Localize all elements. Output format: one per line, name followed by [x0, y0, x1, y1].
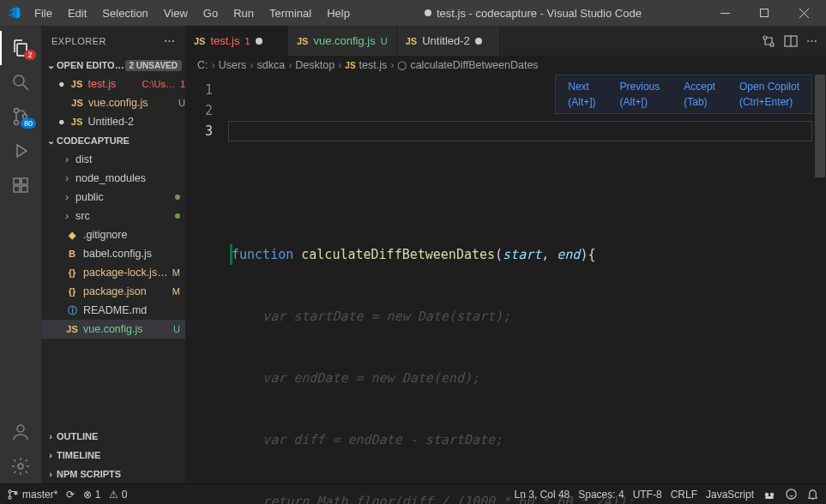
editor-tab[interactable]: JSUntitled-2 [397, 26, 500, 56]
file-suffix: M [172, 286, 180, 297]
menu-terminal[interactable]: Terminal [262, 3, 318, 23]
scrollbar-thumb[interactable] [815, 75, 825, 177]
file-item[interactable]: {}package-lock.jsonM [41, 263, 185, 282]
file-icon: JS [406, 36, 417, 46]
activity-scm[interactable]: 80 [0, 99, 41, 134]
svg-point-2 [15, 109, 19, 113]
menu-go[interactable]: Go [196, 3, 225, 23]
file-icon: ◆ [65, 230, 79, 241]
sync-item[interactable]: ⟳ [66, 489, 75, 501]
chevron-down-icon: ⌄ [45, 135, 57, 147]
open-editors-header[interactable]: ⌄ OPEN EDITO… 2 UNSAVED [41, 56, 185, 75]
errors-item[interactable]: ⊗ 1 [83, 489, 100, 501]
menu-file[interactable]: File [27, 3, 59, 23]
outline-header[interactable]: ›OUTLINE [41, 427, 185, 446]
menu-view[interactable]: View [157, 3, 195, 23]
folder-item[interactable]: ›src [41, 207, 185, 225]
file-item[interactable]: ⓘREADME.md [41, 301, 185, 320]
menu-selection[interactable]: Selection [95, 3, 154, 23]
split-editor-icon[interactable] [784, 34, 798, 48]
activity-explorer[interactable]: 2 [0, 31, 41, 65]
warnings-item[interactable]: ⚠ 0 [109, 489, 127, 501]
dirty-dot-icon [475, 38, 482, 45]
open-editor-item[interactable]: JSvue.config.jsU [41, 93, 185, 112]
activity-search[interactable] [0, 65, 41, 99]
dirty-dot-icon: ● [58, 116, 65, 128]
branch-item[interactable]: master* [7, 489, 57, 501]
folder-label: dist [75, 153, 185, 165]
hint-shortcut: (Ctrl+Enter) [739, 93, 799, 108]
sidebar-header: EXPLORER ⋯ [41, 26, 185, 56]
copilot-hint[interactable]: Open Copilot(Ctrl+Enter) [727, 75, 811, 113]
file-tree: ›dist›node_modules›public›src◆.gitignore… [41, 150, 185, 339]
scrollbar-vertical[interactable] [814, 75, 826, 483]
svg-point-1 [14, 75, 24, 86]
file-icon: {} [65, 267, 79, 278]
file-item[interactable]: Bbabel.config.js [41, 244, 185, 263]
activity-debug[interactable] [0, 134, 41, 168]
tab-suffix: U [381, 36, 388, 46]
file-item[interactable]: {}package.jsonM [41, 282, 185, 301]
file-label: vue.config.js [83, 323, 170, 335]
chevron-right-icon: › [65, 172, 75, 184]
file-icon: JS [70, 98, 84, 108]
code-body[interactable]: function calculateDiffBetweenDates(start… [232, 80, 826, 504]
open-editor-item[interactable]: ●JStest.jsC:\Us…1 [41, 75, 185, 93]
menu-bar: File Edit Selection View Go Run Terminal… [27, 3, 357, 23]
js-file-icon: JS [345, 61, 355, 70]
file-label: babel.config.js [83, 248, 185, 260]
file-label: vue.config.js [88, 97, 175, 109]
copilot-hint[interactable]: Previous(Alt+[) [608, 75, 672, 113]
tab-label: vue.config.js [313, 34, 375, 47]
compare-changes-icon[interactable] [762, 34, 775, 48]
modified-dot-icon [175, 213, 180, 219]
hint-label: Accept [684, 81, 715, 93]
file-label: .gitignore [83, 229, 185, 241]
file-item[interactable]: ◆.gitignore [41, 225, 185, 244]
activity-extensions[interactable] [0, 168, 41, 202]
open-editors-list: ●JStest.jsC:\Us…1JSvue.config.jsU●JSUnti… [41, 75, 185, 131]
file-icon: JS [65, 324, 79, 334]
maximize-button[interactable] [749, 0, 780, 26]
hint-shortcut: (Alt+]) [568, 93, 595, 108]
open-editor-item[interactable]: ●JSUntitled-2 [41, 112, 185, 131]
sidebar: EXPLORER ⋯ ⌄ OPEN EDITO… 2 UNSAVED ●JSte… [41, 26, 185, 483]
editor-content[interactable]: 1 2 3 function calculateDiffBetweenDates… [185, 75, 826, 483]
activity-settings[interactable] [0, 449, 41, 483]
folder-item[interactable]: ›dist [41, 150, 185, 169]
chevron-right-icon: › [65, 153, 75, 165]
svg-point-3 [15, 121, 19, 125]
menu-edit[interactable]: Edit [61, 3, 93, 23]
breadcrumb[interactable]: C:› Users› sdkca› Desktop› JS test.js› ⬡… [185, 56, 826, 75]
editor-area: JStest.js1JSvue.config.jsUJSUntitled-2 ⋯… [185, 26, 826, 483]
svg-rect-0 [761, 9, 769, 17]
sidebar-more-icon[interactable]: ⋯ [164, 34, 176, 47]
svg-point-10 [18, 464, 23, 469]
activity-account[interactable] [0, 415, 41, 449]
folder-item[interactable]: ›node_modules [41, 169, 185, 188]
gutter: 1 2 3 [185, 75, 228, 141]
editor-tab[interactable]: JSvue.config.jsU [288, 26, 397, 56]
explorer-badge: 2 [24, 50, 36, 60]
timeline-header[interactable]: ›TIMELINE [41, 446, 185, 465]
file-suffix: M [172, 267, 180, 278]
minimize-button[interactable] [709, 0, 740, 26]
folder-item[interactable]: ›public [41, 188, 185, 207]
file-item[interactable]: JSvue.config.jsU [41, 320, 185, 339]
editor-tab[interactable]: JStest.js1 [185, 26, 288, 56]
chevron-down-icon: ⌄ [45, 60, 57, 71]
chevron-right-icon: › [45, 469, 57, 479]
copilot-hint[interactable]: Next(Alt+]) [556, 75, 607, 113]
menu-run[interactable]: Run [226, 3, 261, 23]
file-icon: ⓘ [65, 304, 79, 317]
npm-scripts-header[interactable]: ›NPM SCRIPTS [41, 465, 185, 483]
folder-header[interactable]: ⌄ CODECAPTURE [41, 131, 185, 150]
menu-help[interactable]: Help [320, 3, 357, 23]
folder-label: node_modules [75, 172, 185, 184]
close-button[interactable] [788, 0, 819, 26]
more-actions-icon[interactable]: ⋯ [806, 34, 817, 47]
file-icon: JS [194, 36, 205, 46]
copilot-hint[interactable]: Accept(Tab) [672, 75, 727, 113]
svg-rect-8 [21, 178, 27, 184]
chevron-right-icon: › [65, 191, 75, 203]
